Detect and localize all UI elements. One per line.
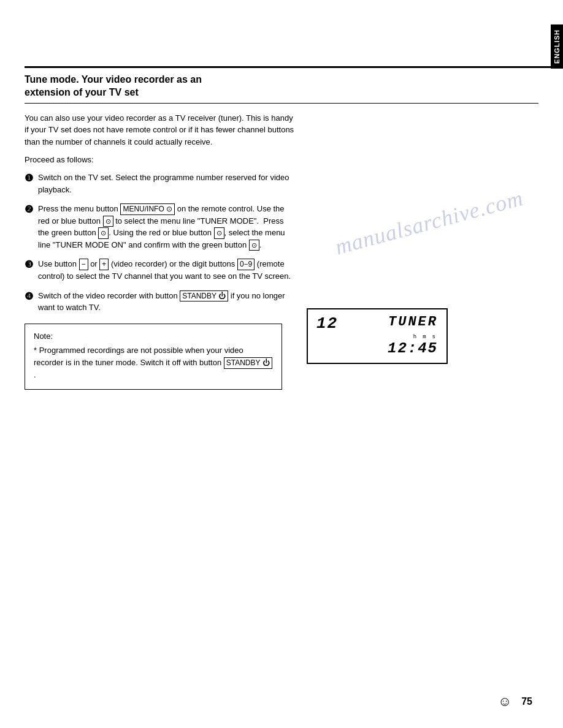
step-1: ❶ Switch on the TV set. Select the progr… xyxy=(25,172,294,195)
proceed-label: Proceed as follows: xyxy=(25,155,294,164)
page-footer: ☺ 75 xyxy=(498,694,532,710)
green-button-1: ⊙ xyxy=(98,227,109,238)
digit-buttons: 0−9 xyxy=(237,259,255,270)
display-hms-row: h m s xyxy=(316,334,435,340)
step-2: ❷ Press the menu button MENU/INFO ⊙ on t… xyxy=(25,203,294,251)
main-content: Tune mode. Your video recorder as an ext… xyxy=(25,74,538,390)
step-3-text: Use button − or + (video recorder) or th… xyxy=(38,258,294,282)
note-box: Note: * Programmed recordings are not po… xyxy=(25,324,282,390)
page-number: 75 xyxy=(521,696,532,707)
standby-button-2: STANDBY ⏻ xyxy=(224,357,272,369)
step-4-text: Switch of the video recorder with button… xyxy=(38,290,294,314)
s-label: s xyxy=(432,334,435,340)
red-blue-button-2: ⊙ xyxy=(214,227,224,238)
step-1-text: Switch on the TV set. Select the program… xyxy=(38,172,294,195)
english-tab: ENGLISH xyxy=(551,25,563,69)
display-top-row: 12 TUNER xyxy=(316,314,438,333)
page-title: Tune mode. Your video recorder as an ext… xyxy=(25,74,538,99)
left-column: You can also use your video recorder as … xyxy=(25,112,294,390)
content-area: You can also use your video recorder as … xyxy=(25,112,538,390)
step-4: ❹ Switch of the video recorder with butt… xyxy=(25,290,294,314)
step-2-number: ❷ xyxy=(25,202,33,217)
display-time: 12:45 xyxy=(316,340,438,357)
note-title: Note: xyxy=(34,330,273,343)
step-3: ❸ Use button − or + (video recorder) or … xyxy=(25,258,294,282)
intro-paragraph: You can also use your video recorder as … xyxy=(25,112,294,148)
minus-button: − xyxy=(79,259,88,270)
step-3-number: ❸ xyxy=(25,257,33,272)
step-2-text: Press the menu button MENU/INFO ⊙ on the… xyxy=(38,203,294,251)
display-panel: 12 TUNER h m s 12:45 xyxy=(307,308,448,364)
steps-list: ❶ Switch on the TV set. Select the progr… xyxy=(25,172,294,314)
footer-icon: ☺ xyxy=(498,694,511,710)
top-rule xyxy=(25,66,551,68)
menu-info-button: MENU/INFO ⊙ xyxy=(120,203,175,215)
display-channel: 12 xyxy=(316,314,338,333)
red-blue-button-1: ⊙ xyxy=(103,216,113,227)
display-tuner-label: TUNER xyxy=(388,314,438,330)
right-column: 12 TUNER h m s 12:45 xyxy=(307,112,538,390)
m-label: m xyxy=(423,334,426,340)
title-section: Tune mode. Your video recorder as an ext… xyxy=(25,74,538,104)
plus-button: + xyxy=(99,259,109,270)
step-4-number: ❹ xyxy=(25,289,33,304)
h-label: h xyxy=(413,334,416,340)
green-button-2: ⊙ xyxy=(249,240,259,251)
note-text: * Programmed recordings are not possible… xyxy=(34,344,273,381)
standby-button-1: STANDBY ⏻ xyxy=(180,290,228,302)
step-1-number: ❶ xyxy=(25,171,33,186)
